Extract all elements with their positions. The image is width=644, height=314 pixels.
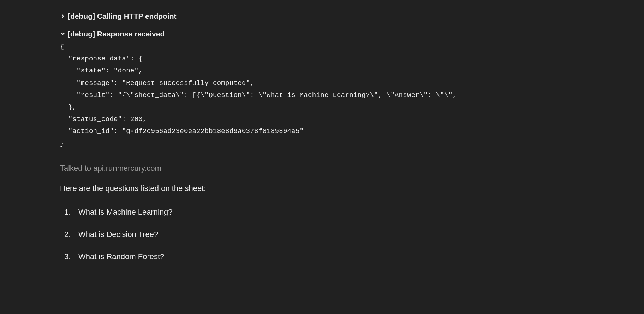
debug-section-collapsed: [debug] Calling HTTP endpoint — [60, 11, 644, 22]
questions-list: What is Machine Learning? What is Decisi… — [60, 206, 644, 262]
question-text: What is Random Forest? — [78, 251, 164, 262]
talked-to-status: Talked to api.runmercury.com — [60, 162, 644, 174]
debug-toggle-response[interactable]: [debug] Response received — [60, 28, 644, 40]
debug-response-body: { "response_data": { "state": "done", "m… — [60, 41, 644, 150]
list-item: What is Decision Tree? — [64, 228, 644, 240]
debug-toggle-calling[interactable]: [debug] Calling HTTP endpoint — [60, 11, 644, 22]
debug-label-calling: [debug] Calling HTTP endpoint — [68, 11, 177, 22]
debug-label-response: [debug] Response received — [68, 28, 165, 40]
question-text: What is Machine Learning? — [78, 206, 173, 218]
list-item: What is Machine Learning? — [64, 206, 644, 218]
intro-text: Here are the questions listed on the she… — [60, 182, 644, 194]
question-text: What is Decision Tree? — [78, 228, 158, 240]
chevron-down-icon — [60, 31, 66, 36]
debug-section-expanded: [debug] Response received { "response_da… — [60, 28, 644, 150]
chevron-right-icon — [60, 14, 66, 18]
list-item: What is Random Forest? — [64, 251, 644, 262]
